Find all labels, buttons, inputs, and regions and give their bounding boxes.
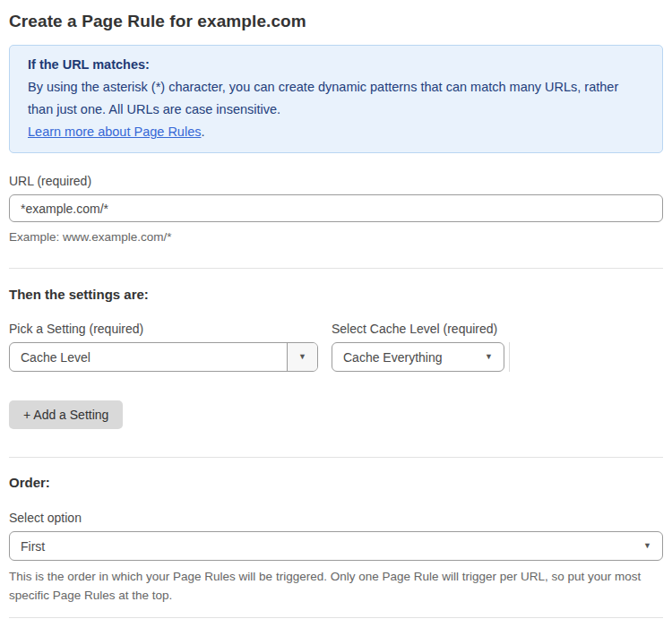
settings-heading: Then the settings are:: [9, 287, 663, 302]
cache-level-group: Select Cache Level (required) Cache Ever…: [332, 322, 504, 372]
section-divider: [9, 268, 663, 269]
url-input[interactable]: [9, 194, 663, 222]
create-page-rule-form: Create a Page Rule for example.com If th…: [0, 0, 672, 619]
info-box-body: By using the asterisk (*) character, you…: [28, 76, 644, 121]
url-helper-text: Example: www.example.com/*: [9, 228, 663, 246]
order-helper-text: This is the order in which your Page Rul…: [9, 567, 654, 605]
url-label: URL (required): [9, 174, 663, 188]
cache-level-label: Select Cache Level (required): [332, 322, 504, 336]
url-match-info-box: If the URL matches: By using the asteris…: [9, 45, 663, 153]
page-title: Create a Page Rule for example.com: [9, 12, 663, 31]
chevron-down-icon: ▼: [485, 353, 504, 361]
setting-picker-select[interactable]: Cache Level ▼: [9, 342, 318, 372]
info-box-link-line: Learn more about Page Rules.: [28, 121, 644, 143]
learn-more-page-rules-link[interactable]: Learn more about Page Rules: [28, 125, 201, 139]
chevron-down-icon: ▼: [643, 542, 662, 550]
section-divider: [9, 617, 663, 618]
order-select-value: First: [10, 539, 643, 554]
section-divider: [9, 457, 663, 458]
link-period: .: [201, 125, 204, 139]
settings-row: Pick a Setting (required) Cache Level ▼ …: [9, 322, 663, 372]
setting-divider: [509, 342, 510, 372]
setting-picker-label: Pick a Setting (required): [9, 322, 318, 336]
info-box-heading: If the URL matches:: [28, 54, 644, 76]
order-select-label: Select option: [9, 511, 663, 525]
setting-picker-value: Cache Level: [10, 350, 287, 365]
url-field-group: URL (required) Example: www.example.com/…: [9, 174, 663, 246]
chevron-down-icon[interactable]: ▼: [287, 343, 317, 371]
cache-level-select[interactable]: Cache Everything ▼: [332, 342, 504, 372]
setting-picker-group: Pick a Setting (required) Cache Level ▼: [9, 322, 318, 372]
order-select[interactable]: First ▼: [9, 531, 663, 561]
cache-level-value: Cache Everything: [332, 350, 485, 365]
add-setting-button[interactable]: + Add a Setting: [9, 400, 123, 429]
order-heading: Order:: [9, 475, 663, 490]
